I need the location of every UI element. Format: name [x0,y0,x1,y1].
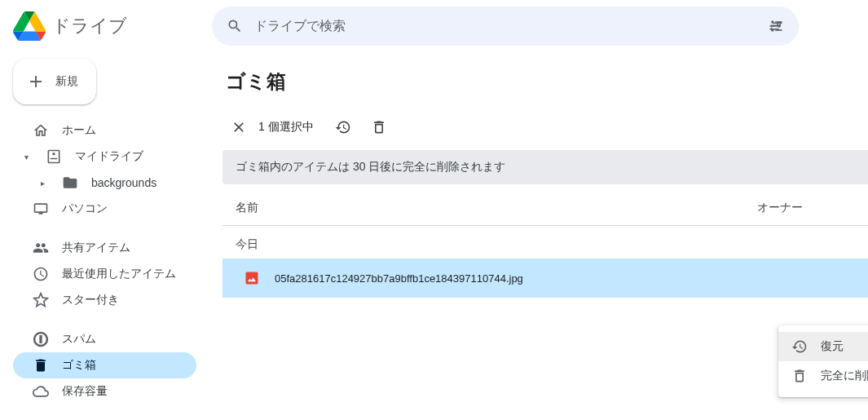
spam-icon [33,331,49,347]
sidebar-item-label: ゴミ箱 [62,358,96,373]
chevron-right-icon[interactable]: ▸ [36,179,49,188]
column-name[interactable]: 名前 [236,201,757,215]
sidebar-item-label: スター付き [62,293,119,307]
cloud-icon [33,383,49,400]
trash-icon [33,357,49,374]
menu-item-delete-forever[interactable]: 完全に削除 [778,361,868,391]
shared-icon [33,240,49,256]
sidebar-item-home[interactable]: ホーム [13,117,196,144]
sidebar-item-label: 共有アイテム [62,241,130,255]
product-name: ドライブ [52,14,127,38]
trash-banner: ゴミ箱内のアイテムは 30 日後に完全に削除されます [223,150,868,184]
computers-icon [33,201,49,217]
svg-rect-3 [770,25,777,27]
folder-icon [62,175,78,191]
sidebar-item-label: 最近使用したアイテム [62,267,176,281]
image-file-icon [242,268,262,288]
context-menu: 復元 完全に削除 [778,325,868,397]
menu-item-label: 完全に削除 [821,369,868,383]
mydrive-icon [46,148,62,165]
search-bar[interactable] [212,7,799,46]
sidebar-item-starred[interactable]: スター付き [13,287,196,313]
sidebar-item-label: マイドライブ [75,149,143,164]
delete-forever-icon [371,119,387,135]
delete-forever-icon [791,368,808,384]
sidebar: 新規 ホーム ▾ マイドライブ ▸ backgrounds パソコン 共有アイテ… [0,52,206,420]
menu-item-label: 復元 [821,339,844,354]
search-input[interactable] [254,19,756,33]
logo-area[interactable]: ドライブ [13,10,205,42]
svg-rect-5 [775,29,782,31]
sidebar-item-trash[interactable]: ゴミ箱 [13,352,196,378]
svg-rect-8 [40,342,42,343]
close-icon [231,119,247,135]
column-owner[interactable]: オーナー [757,201,855,215]
new-button-label: 新規 [55,74,78,89]
sidebar-item-shared[interactable]: 共有アイテム [13,235,196,261]
svg-rect-1 [775,21,782,23]
restore-icon [791,338,808,355]
section-today: 今日 [223,226,868,259]
recent-icon [33,266,49,282]
restore-icon [335,119,351,135]
sidebar-item-label: パソコン [62,201,108,216]
plus-icon [26,72,46,91]
file-name: 05fa281617c124927bb7a9bffb1ce18439711074… [275,272,523,285]
sidebar-item-computers[interactable]: パソコン [13,196,196,222]
restore-button[interactable] [327,111,359,144]
svg-rect-7 [40,336,42,340]
sidebar-item-mydrive[interactable]: ▾ マイドライブ [13,144,196,170]
search-options-icon[interactable] [766,16,786,36]
clear-selection-button[interactable] [223,111,255,144]
app-header: ドライブ [0,0,868,52]
sidebar-item-recent[interactable]: 最近使用したアイテム [13,261,196,287]
svg-rect-9 [246,272,258,285]
drive-logo-icon [13,10,46,42]
sidebar-item-label: ホーム [62,123,96,138]
file-row[interactable]: 05fa281617c124927bb7a9bffb1ce18439711074… [223,259,868,298]
svg-point-4 [771,29,773,31]
new-button[interactable]: 新規 [13,59,96,104]
sidebar-item-spam[interactable]: スパム [13,326,196,352]
star-icon [33,292,49,308]
selection-count: 1 個選択中 [258,120,314,135]
list-header: 名前 オーナー [223,191,868,226]
page-title: ゴミ箱 [223,65,868,108]
selection-bar: 1 個選択中 [223,108,868,147]
sidebar-item-storage[interactable]: 保存容量 [13,378,196,405]
sidebar-item-label: スパム [62,332,96,347]
svg-point-2 [778,24,781,27]
home-icon [33,122,49,139]
chevron-down-icon[interactable]: ▾ [20,153,33,161]
sidebar-item-backgrounds[interactable]: ▸ backgrounds [13,170,196,196]
delete-forever-button[interactable] [363,111,395,144]
search-icon[interactable] [225,16,245,36]
sidebar-item-label: backgrounds [91,176,156,189]
sidebar-item-label: 保存容量 [62,384,108,399]
menu-item-restore[interactable]: 復元 [778,332,868,361]
main-content: ゴミ箱 1 個選択中 ゴミ箱内のアイテムは 30 日後に完全に削除されます 名前… [206,52,868,420]
svg-point-0 [771,20,773,23]
